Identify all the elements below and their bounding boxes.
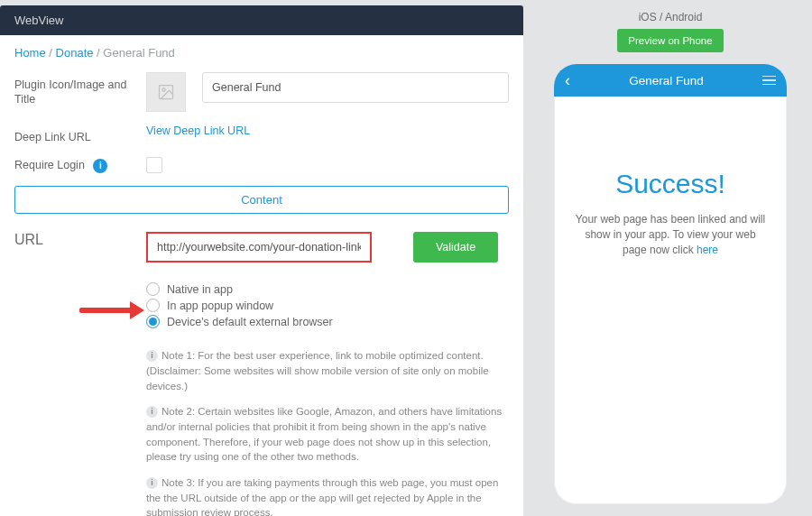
svg-point-1 <box>162 88 165 91</box>
panel-header: WebView <box>0 5 523 35</box>
radio-icon <box>146 299 160 312</box>
note-3: iNote 3: If you are taking payments thro… <box>146 475 509 516</box>
info-icon[interactable]: i <box>93 159 107 173</box>
config-panel: WebView Home / Donate / General Fund Plu… <box>0 5 523 516</box>
radio-label: Device's default external browser <box>167 316 333 328</box>
note-bullet-icon: i <box>146 406 158 418</box>
breadcrumb-sep: / <box>49 46 55 60</box>
view-deeplink-link[interactable]: View Deep Link URL <box>146 124 250 137</box>
success-message: Your web page has been linked and will s… <box>572 212 769 257</box>
note-2: iNote 2: Certain websites like Google, A… <box>146 404 509 465</box>
radio-popup-window[interactable]: In app popup window <box>146 299 509 312</box>
radio-external-browser[interactable]: Device's default external browser <box>146 315 509 328</box>
breadcrumb-current: General Fund <box>103 46 175 60</box>
breadcrumb: Home / Donate / General Fund <box>14 46 509 60</box>
radio-icon <box>146 315 160 328</box>
phone-frame: ‹ General Fund Success! Your web page ha… <box>553 63 788 505</box>
open-mode-radio-group: Native in app In app popup window Device… <box>146 282 509 328</box>
highlight-arrow-icon <box>79 308 134 313</box>
menu-icon[interactable] <box>762 76 776 86</box>
radio-native-in-app[interactable]: Native in app <box>146 282 509 296</box>
require-login-label: Require Login i <box>14 158 134 173</box>
content-tab-label: Content <box>241 193 282 207</box>
image-icon <box>157 83 175 101</box>
url-label: URL <box>14 232 146 248</box>
deeplink-label: Deep Link URL <box>14 124 134 144</box>
preview-panel: iOS / Android Preview on Phone ‹ General… <box>536 5 805 516</box>
validate-button[interactable]: Validate <box>413 232 498 263</box>
breadcrumb-donate[interactable]: Donate <box>56 46 94 60</box>
url-input[interactable] <box>146 232 372 263</box>
phone-title: General Fund <box>629 74 704 88</box>
platform-toggle[interactable]: iOS / Android <box>639 11 703 23</box>
notes-section: iNote 1: For the best user experience, l… <box>146 348 509 516</box>
plugin-title-input[interactable] <box>202 72 509 103</box>
phone-nav-bar: ‹ General Fund <box>554 64 787 97</box>
note-bullet-icon: i <box>146 477 158 489</box>
back-icon[interactable]: ‹ <box>565 72 570 88</box>
radio-icon <box>146 282 160 296</box>
plugin-title-label: Plugin Icon/Image and Title <box>14 72 134 107</box>
content-tab[interactable]: Content <box>14 186 509 214</box>
require-login-checkbox[interactable] <box>146 157 162 173</box>
note-bullet-icon: i <box>146 350 158 362</box>
note-1: iNote 1: For the best user experience, l… <box>146 348 509 393</box>
success-heading: Success! <box>572 169 769 199</box>
radio-label: In app popup window <box>167 299 273 312</box>
phone-content: Success! Your web page has been linked a… <box>554 97 787 257</box>
radio-label: Native in app <box>167 283 233 296</box>
panel-title: WebView <box>14 14 63 27</box>
plugin-image-uploader[interactable] <box>146 72 186 112</box>
breadcrumb-home[interactable]: Home <box>14 46 46 60</box>
success-here-link[interactable]: here <box>697 244 718 256</box>
preview-on-phone-button[interactable]: Preview on Phone <box>617 29 723 52</box>
